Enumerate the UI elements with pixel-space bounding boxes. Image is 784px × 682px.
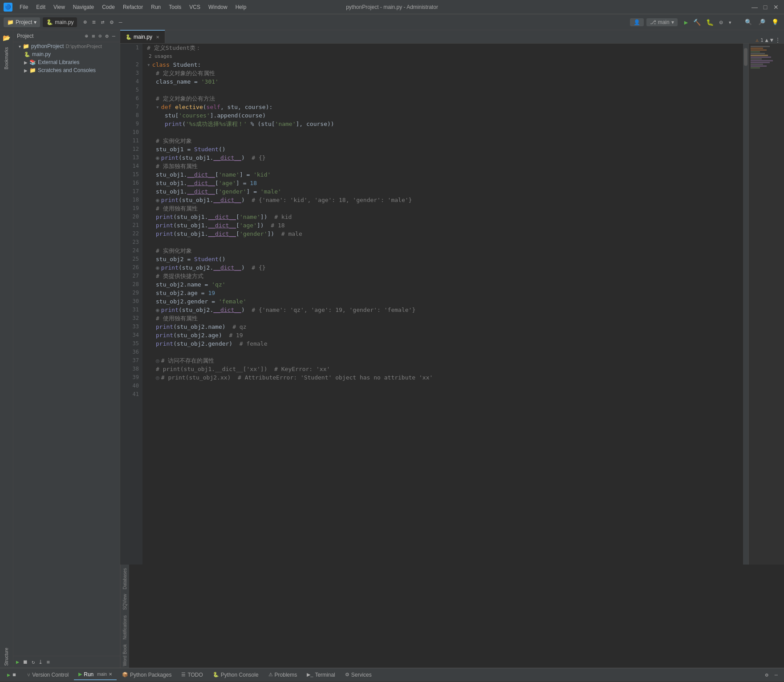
notifications-label[interactable]: Notifications	[122, 613, 128, 641]
menu-edit[interactable]: Edit	[32, 3, 49, 11]
bookmarks-label[interactable]: Bookmarks	[2, 45, 11, 71]
list-icon[interactable]: ≡	[90, 18, 97, 26]
collapse-all-icon[interactable]: ≡	[91, 32, 96, 40]
project-root[interactable]: ▾ 📁 pythonProject D:\pythonProject	[13, 42, 120, 50]
scratches-folder[interactable]: ▶ 📁 Scratches and Consoles	[13, 66, 120, 74]
line-num-14: 13	[124, 153, 139, 162]
coverage-button[interactable]: ⊙	[717, 18, 725, 27]
tab-console-label: Python Console	[221, 672, 259, 678]
run-tab-close-icon[interactable]: ✕	[109, 672, 112, 677]
line-num-29: 28	[124, 280, 139, 289]
scrollbar-thumb[interactable]	[744, 48, 747, 66]
menu-run[interactable]: Run	[147, 3, 164, 11]
tab-services[interactable]: ⚙ Services	[341, 670, 376, 680]
minimap-line	[751, 56, 771, 58]
scroll-up-icon[interactable]: ▲	[765, 37, 768, 43]
search-icon[interactable]: 🔎	[756, 18, 767, 26]
code-line-22: print(stu_obj1.__dict__['age']) # 18	[147, 221, 739, 230]
build-button[interactable]: 🔨	[691, 18, 703, 27]
settings-icon[interactable]: ⚙	[108, 18, 115, 26]
error-indicator[interactable]: ⚠	[756, 37, 759, 43]
help-icon[interactable]: 💡	[770, 18, 780, 26]
terminal-icon: ▶_	[307, 672, 313, 678]
toolbar-actions: ⊕ ≡ ⇄ ⚙ —	[81, 18, 124, 26]
structure-label[interactable]: Structure	[2, 646, 11, 668]
word-book-label[interactable]: Word Book	[122, 642, 128, 668]
line-num-3: 2	[124, 61, 139, 69]
maximize-button[interactable]: □	[761, 3, 770, 12]
code-line-35: print(stu_obj2.age) # 19	[147, 331, 739, 339]
code-line-28: # 类提供快捷方式	[147, 272, 739, 280]
vcs-branch[interactable]: 👤	[630, 18, 644, 26]
more-run-icon[interactable]: ▾	[726, 18, 734, 27]
stop-icon[interactable]: ⏹	[22, 658, 29, 666]
right-sidebar: Databases SQView Notifications Word Book	[120, 565, 129, 668]
secondary-toolbar: 📁 Project ▾ 🐍 main.py ⊕ ≡ ⇄ ⚙ — 👤 ⎇ main…	[0, 14, 784, 30]
file-breadcrumb[interactable]: 🐍 main.py	[43, 17, 77, 27]
code-line-40: ◎# print(stu_obj2.xx) # AttributeError: …	[147, 373, 739, 382]
menu-navigate[interactable]: Navigate	[69, 3, 97, 11]
fold-icon[interactable]: ≡	[45, 658, 50, 666]
add-module-icon[interactable]: ⊕	[84, 32, 89, 40]
tab-python-packages[interactable]: 📦 Python Packages	[118, 670, 176, 680]
project-activity-icon[interactable]: 📂	[0, 32, 12, 44]
todo-icon: ☰	[181, 672, 186, 678]
window-title: pythonProject - main.py - Administrator	[346, 4, 438, 10]
tab-close-icon[interactable]: ✕	[156, 35, 159, 40]
menu-window[interactable]: Window	[205, 3, 231, 11]
close-button[interactable]: ✕	[772, 3, 780, 12]
bottom-settings-icon[interactable]: ⚙	[763, 672, 771, 678]
tab-terminal[interactable]: ▶_ Terminal	[302, 670, 339, 680]
project-tree: ▾ 📁 pythonProject D:\pythonProject 🐍 mai…	[13, 42, 120, 74]
rerun-icon[interactable]: ↻	[31, 658, 36, 666]
main-py-tab[interactable]: 🐍 main.py ✕	[120, 30, 165, 43]
run-output-play-icon[interactable]: ▶	[7, 672, 10, 678]
line-num-37: 36	[124, 348, 139, 356]
minimize-button[interactable]: —	[750, 3, 759, 12]
code-content[interactable]: # 定义Student类： 2 usages ▾class Student: #…	[142, 44, 743, 565]
tab-version-control[interactable]: ⑂ Version Control	[23, 670, 73, 680]
scrollbar-gutter	[743, 44, 748, 565]
code-line-34: print(stu_obj2.name) # qz	[147, 323, 739, 331]
sqview-panel-label[interactable]: SQView	[122, 592, 128, 612]
tab-run[interactable]: ▶ Run main ✕	[74, 670, 117, 680]
code-line-3: ▾class Student:	[147, 61, 739, 69]
menu-view[interactable]: View	[50, 3, 69, 11]
close-panel-icon[interactable]: —	[111, 32, 116, 40]
menu-file[interactable]: File	[16, 3, 32, 11]
tab-problems[interactable]: ⚠ Problems	[264, 670, 302, 680]
main-py-file[interactable]: 🐍 main.py	[13, 50, 120, 58]
scroll-end-icon[interactable]: ⤓	[37, 658, 44, 666]
minimize-panel-icon[interactable]: —	[117, 18, 124, 26]
search-everywhere-icon[interactable]: 🔍	[743, 18, 754, 26]
menu-vcs[interactable]: VCS	[186, 3, 204, 11]
menu-code[interactable]: Code	[98, 3, 118, 11]
code-line-24	[147, 238, 739, 246]
debug-button[interactable]: 🐛	[704, 18, 716, 27]
line-num-8: 7	[124, 103, 139, 111]
line-num-39: 38	[124, 365, 139, 373]
branch-selector[interactable]: ⎇ main ▾	[646, 18, 678, 26]
run-icon[interactable]: ▶	[15, 658, 20, 666]
tab-todo[interactable]: ☰ TODO	[177, 670, 207, 680]
bottom-minimize-icon[interactable]: —	[772, 672, 780, 678]
run-output-stop-icon[interactable]: ⏹	[12, 672, 16, 677]
code-line-10: print('%s成功选择%s课程！' % (stu['name'], cour…	[147, 120, 739, 128]
project-selector[interactable]: 📁 Project ▾	[4, 17, 40, 27]
menu-tools[interactable]: Tools	[165, 3, 185, 11]
project-panel-title: Project	[17, 33, 82, 39]
databases-panel-label[interactable]: Databases	[122, 566, 128, 591]
menu-refactor[interactable]: Refactor	[119, 3, 146, 11]
locate-file-icon[interactable]: ⊙	[97, 32, 102, 40]
external-libraries[interactable]: ▶ 📚 External Libraries	[13, 58, 120, 66]
menu-help[interactable]: Help	[232, 3, 250, 11]
more-options-icon[interactable]: ⋮	[775, 37, 780, 43]
app-icon: 🔵	[4, 3, 12, 12]
line-num-6: 5	[124, 86, 139, 94]
sync-icon[interactable]: ⇄	[99, 18, 106, 26]
gear-icon[interactable]: ⚙	[105, 32, 110, 40]
add-icon[interactable]: ⊕	[81, 18, 89, 26]
run-button[interactable]: ▶	[682, 18, 690, 27]
tab-python-console[interactable]: 🐍 Python Console	[208, 670, 263, 680]
scroll-down-icon[interactable]: ▼	[770, 37, 773, 43]
